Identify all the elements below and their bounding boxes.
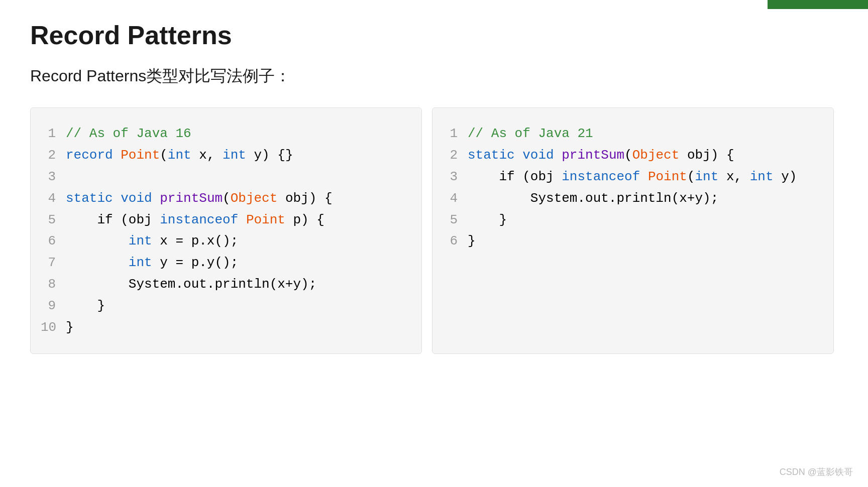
line-num-5: 5 [41,209,66,231]
code-panels: 1 // As of Java 16 2 record Point(int x,… [30,107,838,354]
r-line-num-1: 1 [443,123,468,145]
code-line-10: 10 } [41,317,406,338]
code-text-9: } [66,295,105,317]
r-code-line-3: 3 if (obj instanceof Point(int x, int y) [443,166,818,188]
r-line-num-4: 4 [443,188,468,209]
line-num-9: 9 [41,295,66,317]
code-line-4: 4 static void printSum(Object obj) { [41,188,406,209]
r-code-line-1: 1 // As of Java 21 [443,123,818,145]
code-text-7: int y = p.y(); [66,252,238,274]
page-title: Record Patterns [30,20,838,50]
r-code-text-4: System.out.println(x+y); [468,188,718,209]
r-code-line-6: 6 } [443,230,818,252]
code-text-5: if (obj instanceof Point p) { [66,209,324,231]
code-text-10: } [66,317,74,338]
r-line-num-6: 6 [443,230,468,252]
line-num-8: 8 [41,274,66,295]
r-code-line-2: 2 static void printSum(Object obj) { [443,145,818,166]
line-num-10: 10 [41,317,66,338]
r-code-text-5: } [468,209,507,231]
r-code-text-6: } [468,230,476,252]
code-line-3: 3 [41,166,406,188]
r-code-text-1: // As of Java 21 [468,123,593,145]
left-code-block: 1 // As of Java 16 2 record Point(int x,… [30,107,422,354]
code-line-8: 8 System.out.println(x+y); [41,274,406,295]
code-line-1: 1 // As of Java 16 [41,123,406,145]
r-code-line-4: 4 System.out.println(x+y); [443,188,818,209]
line-num-7: 7 [41,252,66,274]
r-code-text-3: if (obj instanceof Point(int x, int y) [468,166,797,188]
top-bar [768,0,868,9]
code-text-6: int x = p.x(); [66,230,238,252]
code-text-1: // As of Java 16 [66,123,191,145]
code-line-6: 6 int x = p.x(); [41,230,406,252]
code-text-3 [66,166,74,188]
r-line-num-2: 2 [443,145,468,166]
line-num-2: 2 [41,145,66,166]
watermark: CSDN @蓝影铁哥 [780,466,853,478]
code-text-4: static void printSum(Object obj) { [66,188,333,209]
r-code-line-5: 5 } [443,209,818,231]
code-line-7: 7 int y = p.y(); [41,252,406,274]
r-line-num-3: 3 [443,166,468,188]
code-text-8: System.out.println(x+y); [66,274,316,295]
line-num-3: 3 [41,166,66,188]
line-num-4: 4 [41,188,66,209]
code-line-2: 2 record Point(int x, int y) {} [41,145,406,166]
main-content: Record Patterns Record Patterns类型对比写法例子：… [0,0,868,374]
subtitle: Record Patterns类型对比写法例子： [30,65,838,87]
code-line-9: 9 } [41,295,406,317]
r-line-num-5: 5 [443,209,468,231]
right-code-block: 1 // As of Java 21 2 static void printSu… [432,107,834,354]
r-code-text-2: static void printSum(Object obj) { [468,145,734,166]
code-text-2: record Point(int x, int y) {} [66,145,293,166]
code-line-5: 5 if (obj instanceof Point p) { [41,209,406,231]
line-num-6: 6 [41,230,66,252]
line-num-1: 1 [41,123,66,145]
